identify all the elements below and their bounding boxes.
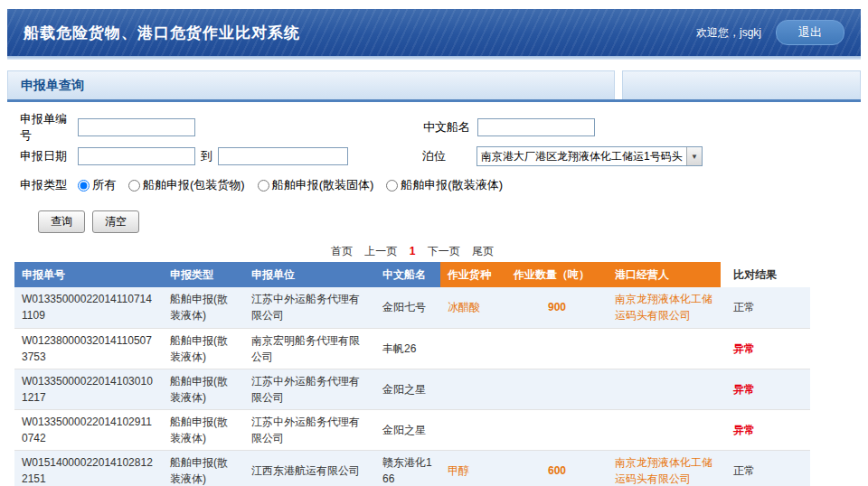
cell-type: 船舶申报(散装液体)	[163, 328, 244, 369]
cell-result: 异常	[721, 369, 810, 409]
section-header: 申报单查询	[7, 70, 615, 99]
cell-qty: 600	[506, 450, 608, 486]
ship-name-input[interactable]	[477, 118, 595, 136]
cell-result: 异常	[721, 409, 810, 450]
cell-agent: 江苏中外运船务代理有限公司	[244, 409, 375, 450]
cell-ship: 金阳之星	[375, 369, 440, 409]
radio-type-bulk-solid[interactable]: 船舶申报(散装固体)	[258, 177, 374, 193]
cell-decl-no: W015140000220141028122151	[14, 450, 163, 486]
cell-type: 船舶申报(散装液体)	[163, 450, 244, 486]
table-row: W015140000220141028122151船舶申报(散装液体)江西东港航…	[14, 450, 810, 486]
cell-decl-no: W013350000220141029110742	[14, 409, 163, 450]
col-header-cargo: 作业货种	[440, 262, 506, 287]
col-header-result: 比对结果	[721, 262, 810, 287]
pagination-last[interactable]: 尾页	[472, 245, 494, 257]
ship-name-label: 中文船名	[423, 119, 477, 136]
date-to-input[interactable]	[218, 147, 348, 165]
query-button[interactable]: 查询	[38, 210, 85, 233]
cell-operator	[608, 409, 721, 450]
cell-decl-no: W012380000320141105073753	[14, 328, 163, 369]
results-table: 申报单号 申报类型 申报单位 中文船名 作业货种 作业数量（吨） 港口经营人 比…	[14, 262, 810, 486]
app-title: 船载危险货物、港口危货作业比对系统	[24, 23, 300, 43]
radio-type-packaged[interactable]: 船舶申报(包装货物)	[128, 177, 245, 193]
form-row-1: 申报单编号 中文船名	[20, 113, 868, 142]
welcome-text: 欢迎您，jsgkj	[696, 25, 761, 41]
radio-input[interactable]	[258, 180, 269, 192]
pagination-next[interactable]: 下一页	[428, 245, 460, 257]
radio-type-bulk-liquid[interactable]: 船舶申报(散装液体)	[386, 177, 503, 193]
table-header-row: 申报单号 申报类型 申报单位 中文船名 作业货种 作业数量（吨） 港口经营人 比…	[14, 262, 810, 287]
cell-cargo	[440, 328, 506, 369]
top-bar: 船载危险货物、港口危货作业比对系统 欢迎您，jsgkj 退出	[7, 9, 861, 56]
cell-ship: 赣东港化166	[375, 450, 440, 486]
form-row-3: 申报类型 所有 船舶申报(包装货物) 船舶申报(散装固体) 船舶申报(散装液体)	[20, 171, 868, 200]
cell-type: 船舶申报(散装液体)	[163, 369, 244, 409]
col-header-operator: 港口经营人	[608, 262, 721, 287]
date-to-separator: 到	[201, 148, 212, 164]
section-header-row: 申报单查询	[7, 70, 861, 102]
col-header-qty: 作业数量（吨）	[506, 262, 608, 287]
pagination-first[interactable]: 首页	[331, 245, 353, 257]
cell-ship: 丰帆26	[375, 328, 440, 369]
date-from-input[interactable]	[78, 147, 195, 165]
col-header-decl-no: 申报单号	[14, 262, 163, 287]
cell-agent: 江苏中外运船务代理有限公司	[244, 369, 375, 409]
form-row-2: 申报日期 到 泊位 南京港大厂港区龙翔液体化工储运1号码头 ▼	[20, 142, 868, 171]
decl-no-input[interactable]	[78, 118, 195, 136]
logout-button[interactable]: 退出	[776, 20, 844, 45]
page: 船载危险货物、港口危货作业比对系统 欢迎您，jsgkj 退出 申报单查询 申报单…	[0, 0, 868, 486]
cell-operator: 南京龙翔液体化工储运码头有限公司	[608, 450, 721, 486]
berth-selected-value: 南京港大厂港区龙翔液体化工储运1号码头	[481, 149, 683, 164]
radio-input[interactable]	[78, 180, 90, 192]
page-title: 申报单查询	[8, 78, 84, 94]
cell-agent: 江苏中外运船务代理有限公司	[244, 287, 375, 328]
cell-agent: 南京宏明船务代理有限公司	[244, 328, 375, 369]
table-row: W013350000220141030101217船舶申报(散装液体)江苏中外运…	[14, 369, 810, 409]
radio-label: 船舶申报(散装液体)	[401, 177, 503, 193]
col-header-type: 申报类型	[163, 262, 244, 287]
radio-input[interactable]	[386, 180, 398, 192]
cell-qty	[506, 369, 608, 409]
cell-qty: 900	[506, 287, 608, 328]
table-row: W012380000320141105073753船舶申报(散装液体)南京宏明船…	[14, 328, 810, 369]
cell-result: 异常	[721, 328, 810, 369]
date-label: 申报日期	[20, 148, 78, 164]
top-bar-right: 欢迎您，jsgkj 退出	[696, 20, 844, 45]
cell-result: 正常	[721, 287, 810, 328]
cell-ship: 金阳七号	[375, 287, 440, 328]
cell-qty	[506, 328, 608, 369]
query-form: 申报单编号 中文船名 申报日期 到 泊位 南京港大厂港区龙翔液体化工储运1号码头…	[20, 113, 868, 233]
cell-operator: 南京龙翔液体化工储运码头有限公司	[608, 287, 721, 328]
radio-label: 船舶申报(散装固体)	[272, 177, 374, 193]
cell-cargo	[440, 369, 506, 409]
radio-input[interactable]	[128, 180, 140, 192]
clear-button[interactable]: 清空	[92, 210, 139, 233]
berth-select[interactable]: 南京港大厂港区龙翔液体化工储运1号码头 ▼	[476, 146, 703, 166]
pagination-prev[interactable]: 上一页	[364, 245, 397, 257]
cell-decl-no: W013350000220141030101217	[14, 369, 163, 409]
cell-result: 正常	[721, 450, 810, 486]
chevron-down-icon: ▼	[686, 147, 702, 165]
cell-operator	[608, 328, 721, 369]
cell-agent: 江西东港航运有限公司	[244, 450, 375, 486]
results-tbody: W013350000220141107141109船舶申报(散装液体)江苏中外运…	[14, 287, 810, 486]
cell-type: 船舶申报(散装液体)	[163, 409, 244, 450]
cell-operator	[608, 369, 721, 409]
cell-cargo: 甲醇	[440, 450, 506, 486]
cell-cargo: 冰醋酸	[440, 287, 506, 328]
form-buttons: 查询 清空	[38, 210, 868, 233]
berth-label: 泊位	[422, 148, 476, 164]
cell-cargo	[440, 409, 506, 450]
cell-ship: 金阳之星	[375, 409, 440, 450]
radio-type-all[interactable]: 所有	[78, 177, 116, 193]
declaration-type-radio-group: 所有 船舶申报(包装货物) 船舶申报(散装固体) 船舶申报(散装液体)	[78, 177, 503, 193]
col-header-agent: 申报单位	[244, 262, 375, 287]
radio-label: 船舶申报(包装货物)	[143, 177, 245, 193]
cell-decl-no: W013350000220141107141109	[14, 287, 163, 328]
type-label: 申报类型	[20, 177, 78, 193]
col-header-ship: 中文船名	[375, 262, 440, 287]
radio-label: 所有	[92, 177, 116, 193]
topbar-divider	[7, 56, 861, 60]
section-header-right	[622, 70, 861, 99]
table-row: W013350000220141107141109船舶申报(散装液体)江苏中外运…	[14, 287, 810, 328]
